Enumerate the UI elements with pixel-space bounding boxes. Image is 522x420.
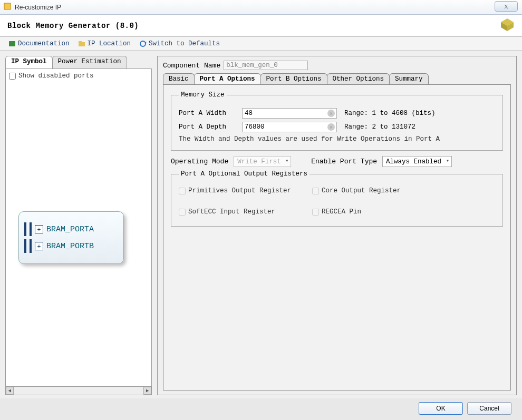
switch-defaults-link[interactable]: Switch to Defaults (136, 39, 223, 48)
enable-port-type-label: Enable Port Type (311, 158, 377, 165)
bram-portb-row[interactable]: + BRAM_PORTB (24, 239, 118, 253)
optional-output-registers-legend: Port A Optional Output Registers (179, 170, 310, 178)
show-disabled-ports-input[interactable] (9, 73, 16, 80)
memory-size-group: Memory Size Port A Width × Range: 1 to 4… (171, 91, 503, 151)
book-icon (8, 40, 16, 47)
component-name-row: Component Name (163, 61, 511, 70)
tab-port-a-options[interactable]: Port A Options (194, 73, 261, 84)
bus-bar-icon (24, 239, 26, 253)
vendor-logo (500, 17, 515, 34)
page-title: Block Memory Generator (8.0) (7, 22, 139, 30)
svg-rect-4 (9, 41, 15, 46)
operating-mode-select: Write First (234, 156, 291, 167)
optional-output-registers-group: Port A Optional Output Registers Primiti… (171, 170, 503, 227)
header: Block Memory Generator (8.0) (0, 15, 522, 37)
ip-symbol-view: Show disabled ports + BRAM_PORTA + BRAM_… (5, 69, 152, 387)
tab-ip-symbol[interactable]: IP Symbol (5, 56, 53, 69)
port-a-width-input[interactable] (242, 108, 337, 119)
port-a-depth-label: Port A Depth (179, 123, 238, 131)
window-close-button[interactable]: X (495, 1, 518, 12)
left-panel: IP Symbol Power Estimation Show disabled… (5, 56, 152, 395)
clear-icon[interactable]: × (327, 110, 335, 117)
svg-point-7 (140, 41, 146, 46)
refresh-icon (139, 40, 147, 47)
footer: OK Cancel (0, 398, 522, 418)
port-a-options-body: Memory Size Port A Width × Range: 1 to 4… (163, 84, 511, 390)
svg-rect-0 (4, 3, 11, 9)
bus-bar-icon (24, 222, 26, 236)
cancel-button[interactable]: Cancel (467, 402, 511, 415)
port-a-depth-range: Range: 2 to 131072 (344, 123, 415, 131)
folder-icon (78, 40, 85, 47)
svg-rect-5 (79, 42, 85, 46)
regcea-pin-checkbox: REGCEA Pin (312, 208, 361, 216)
documentation-link[interactable]: Documentation (5, 39, 73, 48)
scroll-right-arrow[interactable]: ► (143, 387, 151, 395)
show-disabled-ports-checkbox[interactable]: Show disabled ports (9, 72, 148, 80)
workspace: IP Symbol Power Estimation Show disabled… (0, 51, 522, 398)
component-name-input (224, 61, 308, 70)
ok-button[interactable]: OK (419, 402, 463, 415)
right-panel: Component Name Basic Port A Options Port… (157, 56, 517, 395)
tab-summary[interactable]: Summary (389, 73, 429, 84)
scroll-left-arrow[interactable]: ◄ (6, 387, 14, 395)
component-name-label: Component Name (163, 62, 220, 70)
tab-port-b-options[interactable]: Port B Options (260, 73, 327, 84)
bus-bar-icon (30, 222, 32, 236)
ip-location-link[interactable]: IP Location (75, 39, 134, 48)
left-tabs: IP Symbol Power Estimation (5, 56, 152, 69)
tab-other-options[interactable]: Other Options (327, 73, 390, 84)
core-output-register-checkbox: Core Output Register (312, 187, 401, 194)
softecc-input-register-checkbox: SoftECC Input Register (179, 208, 275, 216)
svg-rect-6 (79, 41, 82, 43)
window-title: Re-customize IP (15, 4, 61, 11)
ip-block-diagram: + BRAM_PORTA + BRAM_PORTB (18, 211, 124, 264)
horizontal-scrollbar[interactable]: ◄ ► (5, 387, 152, 395)
clear-icon[interactable]: × (327, 123, 335, 131)
memory-size-legend: Memory Size (179, 91, 227, 99)
titlebar: Re-customize IP X (0, 0, 522, 15)
port-a-width-label: Port A Width (179, 110, 238, 117)
port-a-width-range: Range: 1 to 4608 (bits) (344, 110, 436, 117)
primitives-output-register-checkbox: Primitives Output Register (179, 187, 291, 194)
expand-icon[interactable]: + (35, 242, 43, 250)
port-a-depth-input[interactable] (242, 122, 337, 132)
config-tabs: Basic Port A Options Port B Options Othe… (163, 73, 511, 84)
bus-bar-icon (30, 239, 32, 253)
tab-power-estimation[interactable]: Power Estimation (52, 56, 127, 69)
memory-size-note: The Width and Depth values are used for … (179, 135, 495, 143)
bram-porta-row[interactable]: + BRAM_PORTA (24, 222, 118, 236)
tab-basic[interactable]: Basic (163, 73, 195, 84)
operating-mode-label: Operating Mode (171, 158, 228, 165)
expand-icon[interactable]: + (35, 225, 43, 233)
enable-port-type-select[interactable]: Always Enabled (382, 156, 452, 167)
toolbar: Documentation IP Location Switch to Defa… (0, 37, 522, 51)
app-icon (3, 2, 12, 13)
